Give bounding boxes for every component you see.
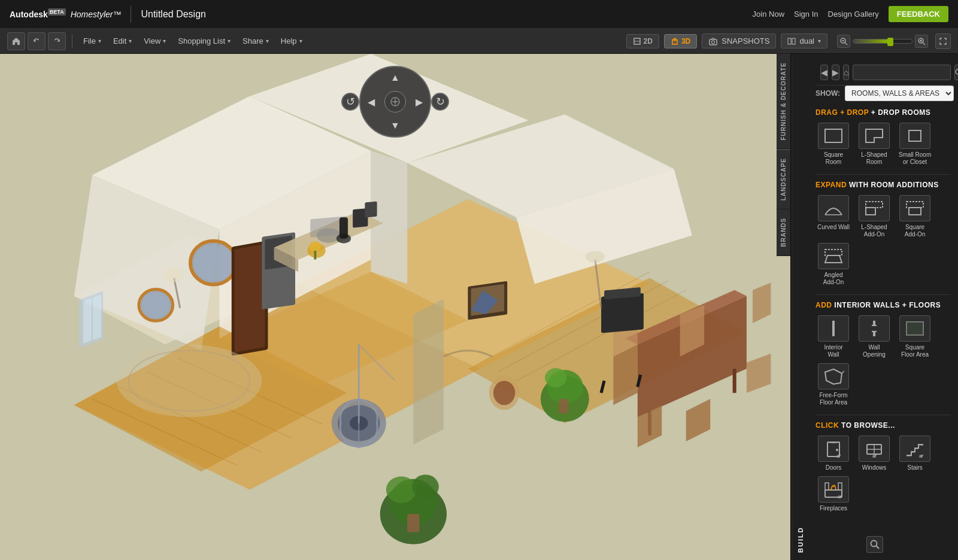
2d-view-button[interactable]: 2D <box>626 34 659 48</box>
free-form-floor-label: Free-FormFloor Area <box>819 392 847 406</box>
svg-rect-4 <box>710 39 717 45</box>
svg-point-67 <box>386 476 417 503</box>
3d-view-button[interactable]: 3D <box>664 34 697 48</box>
svg-point-98 <box>163 267 184 282</box>
square-room-icon-box <box>818 123 849 149</box>
zoom-bar-thumb[interactable] <box>887 38 893 46</box>
pan-down-button[interactable]: ▼ <box>388 118 402 133</box>
stairs-item[interactable]: Stairs <box>897 436 933 471</box>
doors-icon-box <box>818 436 849 462</box>
edit-menu[interactable]: Edit▾ <box>108 33 137 50</box>
svg-point-68 <box>412 474 439 498</box>
toolbar: File▾ Edit▾ View▾ Shopping List▾ Share▾ … <box>0 29 958 54</box>
fullscreen-button[interactable] <box>935 34 951 49</box>
svg-rect-134 <box>915 448 918 449</box>
nav-back-button[interactable]: ◀ <box>820 65 828 80</box>
3d-icon <box>671 37 679 45</box>
logo-area: AutodeskBETA Homestyler™ <box>10 9 121 19</box>
homestyler-logo: Homestyler™ <box>71 10 122 19</box>
feedback-button[interactable]: FEEDBACK <box>889 6 948 22</box>
furnish-decorate-tab[interactable]: FURNISH & DECORATE <box>777 54 790 150</box>
nav-center-button[interactable] <box>384 91 406 112</box>
section-divider-3 <box>815 415 951 415</box>
zoom-in-button[interactable] <box>915 35 928 48</box>
small-room-icon <box>904 127 926 145</box>
sign-in-link[interactable]: Sign In <box>794 10 818 19</box>
svg-rect-113 <box>909 208 921 215</box>
square-addon-item[interactable]: SquareAdd-On <box>897 195 933 238</box>
fireplaces-item[interactable]: Fireplaces <box>815 476 851 512</box>
sidebar-zoom-button[interactable] <box>866 536 883 553</box>
l-shaped-room-item[interactable]: L-ShapedRoom <box>856 123 892 166</box>
stairs-label: Stairs <box>907 464 923 471</box>
pan-right-button[interactable]: ▶ <box>412 95 426 109</box>
free-form-floor-item[interactable]: Free-FormFloor Area <box>815 363 851 406</box>
square-floor-item[interactable]: SquareFloor Area <box>897 315 933 358</box>
small-room-item[interactable]: Small Roomor Closet <box>897 123 933 166</box>
zoom-out-icon <box>839 37 848 45</box>
svg-rect-114 <box>825 249 842 255</box>
nav-ring: ▲ ▼ ◀ ▶ <box>359 66 431 138</box>
build-tab[interactable]: BUILD <box>792 54 808 560</box>
svg-line-9 <box>845 42 847 45</box>
undo-button[interactable] <box>28 32 46 50</box>
angled-addon-label: AngledAdd-On <box>823 272 844 286</box>
file-menu[interactable]: File▾ <box>78 33 106 50</box>
shopping-list-menu[interactable]: Shopping List▾ <box>173 33 235 50</box>
interior-walls-grid: InteriorWall WallOpening <box>815 315 951 406</box>
doors-item[interactable]: Doors <box>815 436 851 471</box>
zoom-out-button[interactable] <box>837 35 850 48</box>
dual-button[interactable]: dual▾ <box>781 34 827 48</box>
build-panel: ◀ ▶ ⌂ SHOW: ROOMS, WALLS & ARE <box>808 54 958 560</box>
crosshair-icon <box>390 96 401 107</box>
windows-item[interactable]: Windows <box>856 436 892 471</box>
section-divider-2 <box>815 294 951 295</box>
rotate-right-button[interactable]: ↻ <box>431 93 449 111</box>
drag-drop-rooms-grid: SquareRoom L-ShapedRoom <box>815 123 951 166</box>
view-menu[interactable]: View▾ <box>139 33 171 50</box>
l-shaped-addon-label: L-ShapedAdd-On <box>861 224 887 238</box>
sidebar-top-nav: ◀ ▶ ⌂ <box>815 60 951 86</box>
interior-wall-item[interactable]: InteriorWall <box>815 315 851 358</box>
zoom-bar[interactable] <box>853 39 912 44</box>
l-shaped-addon-item[interactable]: L-ShapedAdd-On <box>856 195 892 238</box>
brands-tab[interactable]: BRANDS <box>777 209 790 256</box>
fireplaces-icon <box>823 480 844 498</box>
sidebar-search-input[interactable] <box>853 65 951 80</box>
wall-opening-item[interactable]: WallOpening <box>856 315 892 358</box>
svg-point-44 <box>194 245 233 281</box>
pan-up-button[interactable]: ▲ <box>388 71 402 85</box>
join-now-link[interactable]: Join Now <box>753 10 784 19</box>
l-shaped-addon-icon-box <box>859 195 890 221</box>
landscape-tab[interactable]: LANDSCAPE <box>777 150 790 209</box>
sidebar-search-button[interactable] <box>954 65 958 80</box>
rotate-left-button[interactable]: ↺ <box>341 93 359 111</box>
canvas-area[interactable]: ↺ ▲ ▼ ◀ ▶ ↻ <box>0 54 790 560</box>
curved-wall-item[interactable]: Curved Wall <box>815 195 851 238</box>
square-addon-icon-box <box>899 195 930 221</box>
square-addon-icon <box>904 199 926 217</box>
zoom-bar-fill <box>853 39 889 43</box>
redo-button[interactable] <box>48 32 66 50</box>
nav-forward-button[interactable]: ▶ <box>832 65 839 80</box>
svg-point-95 <box>309 242 321 251</box>
pan-left-button[interactable]: ◀ <box>364 95 378 109</box>
show-dropdown[interactable]: ROOMS, WALLS & AREAS <box>845 86 954 101</box>
home-button[interactable] <box>7 32 25 50</box>
autodesk-logo: AutodeskBETA <box>10 9 66 19</box>
expand-header: EXPAND WITH ROOM ADDITIONS <box>815 181 951 189</box>
svg-point-124 <box>836 449 838 451</box>
view-toggle: 2D 3D SNAPSHOTS dual▾ <box>626 34 951 49</box>
nav-home-button[interactable]: ⌂ <box>843 65 849 80</box>
svg-point-100 <box>586 251 605 263</box>
title-separator <box>131 6 131 23</box>
design-title: Untitled Design <box>141 9 206 20</box>
stairs-icon-box <box>899 436 930 462</box>
angled-addon-item[interactable]: AngledAdd-On <box>815 243 851 286</box>
design-gallery-link[interactable]: Design Gallery <box>828 10 879 19</box>
snapshots-button[interactable]: SNAPSHOTS <box>702 34 776 48</box>
help-menu[interactable]: Help▾ <box>276 33 307 50</box>
square-room-item[interactable]: SquareRoom <box>815 123 851 166</box>
share-menu[interactable]: Share▾ <box>238 33 274 50</box>
free-form-floor-icon <box>823 367 844 385</box>
